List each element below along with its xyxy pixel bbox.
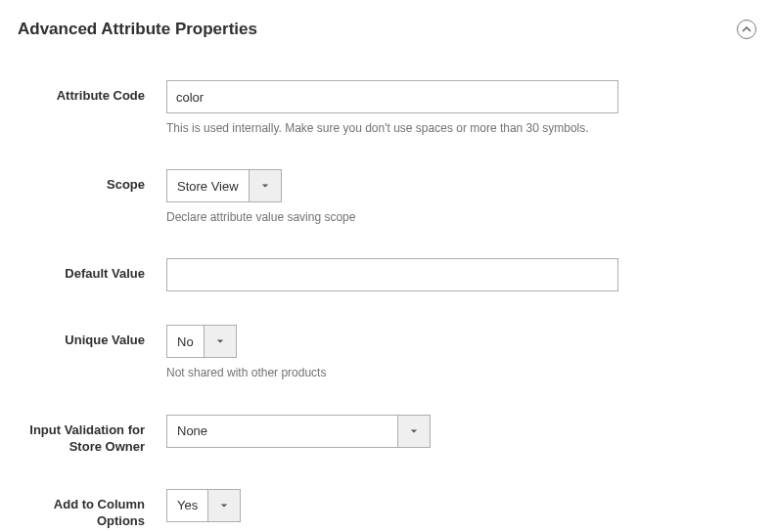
caret-down-icon xyxy=(216,337,224,345)
add-to-column-select-arrow[interactable] xyxy=(207,490,240,521)
label-unique-value: Unique Value xyxy=(18,325,166,349)
unique-value-note: Not shared with other products xyxy=(166,365,618,380)
row-attribute-code: Attribute Code This is used internally. … xyxy=(18,80,756,136)
field-attribute-code: This is used internally. Make sure you d… xyxy=(166,80,618,136)
caret-down-icon xyxy=(220,502,228,510)
collapse-toggle[interactable] xyxy=(737,20,756,39)
input-validation-select-arrow[interactable] xyxy=(397,416,430,447)
scope-select-arrow[interactable] xyxy=(249,170,281,201)
field-default-value xyxy=(166,258,618,291)
label-scope: Scope xyxy=(18,169,166,194)
row-scope: Scope Store View Declare attribute value… xyxy=(18,169,756,225)
add-to-column-select-value: Yes xyxy=(167,490,207,521)
scope-select-value: Store View xyxy=(167,170,249,201)
row-default-value: Default Value xyxy=(18,258,756,291)
default-value-input[interactable] xyxy=(166,258,618,291)
scope-note: Declare attribute value saving scope xyxy=(166,209,618,225)
field-add-to-column: Yes Select "Yes" to add this attribute t… xyxy=(166,489,618,532)
input-validation-select-value: None xyxy=(167,416,397,447)
chevron-up-icon xyxy=(742,24,751,34)
row-input-validation: Input Validation for Store Owner None xyxy=(18,415,756,456)
add-to-column-note: Select "Yes" to add this attribute to th… xyxy=(166,529,618,532)
field-input-validation: None xyxy=(166,415,618,448)
unique-value-select-value: No xyxy=(167,326,204,357)
scope-select[interactable]: Store View xyxy=(166,169,282,202)
label-input-validation: Input Validation for Store Owner xyxy=(18,415,166,456)
caret-down-icon xyxy=(410,427,418,435)
unique-value-select-arrow[interactable] xyxy=(204,326,236,357)
input-validation-select[interactable]: None xyxy=(166,415,431,448)
label-default-value: Default Value xyxy=(18,258,166,283)
row-unique-value: Unique Value No Not shared with other pr… xyxy=(18,325,756,380)
field-unique-value: No Not shared with other products xyxy=(166,325,618,380)
attribute-code-input[interactable] xyxy=(166,80,618,113)
label-attribute-code: Attribute Code xyxy=(18,80,166,105)
unique-value-select[interactable]: No xyxy=(166,325,237,358)
attribute-code-note: This is used internally. Make sure you d… xyxy=(166,120,618,136)
field-scope: Store View Declare attribute value savin… xyxy=(166,169,618,225)
section-header: Advanced Attribute Properties xyxy=(18,20,756,39)
label-add-to-column: Add to Column Options xyxy=(18,489,166,530)
caret-down-icon xyxy=(261,182,269,190)
section-title: Advanced Attribute Properties xyxy=(18,20,257,39)
add-to-column-select[interactable]: Yes xyxy=(166,489,241,522)
row-add-to-column: Add to Column Options Yes Select "Yes" t… xyxy=(18,489,756,532)
